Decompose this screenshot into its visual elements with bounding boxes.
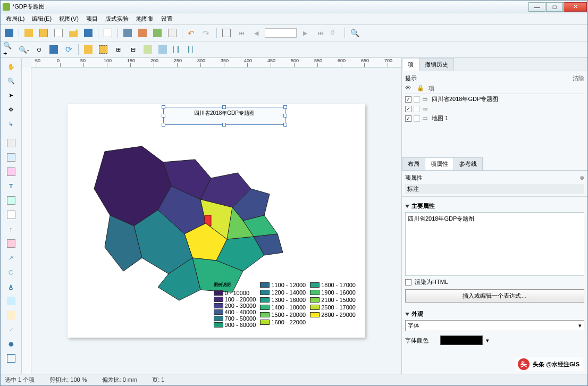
export-svg-button[interactable]: [151, 27, 164, 39]
menu-layout-exp[interactable]: 版式实验: [102, 14, 132, 24]
export-image-button[interactable]: [102, 27, 114, 39]
status-scale: 剪切比: 100 %: [49, 376, 87, 384]
add-fixed-tool[interactable]: ⟋: [5, 323, 18, 336]
visibility-checkbox[interactable]: ✓: [405, 106, 411, 112]
clear-link[interactable]: 清除: [573, 74, 584, 82]
font-color-label: 字体颜色: [405, 337, 437, 345]
first-button[interactable]: ⏮: [235, 27, 248, 39]
page-input[interactable]: [265, 28, 297, 38]
list-item[interactable]: ✓▭地图 1: [405, 113, 584, 123]
raise-button[interactable]: [141, 43, 154, 56]
render-html-checkbox[interactable]: [405, 279, 411, 286]
font-color-swatch[interactable]: [440, 335, 483, 345]
lock-button[interactable]: [82, 43, 95, 56]
new-layout-button[interactable]: [22, 27, 35, 39]
add-north-tool[interactable]: ↑: [5, 223, 18, 236]
open-button[interactable]: [67, 27, 80, 39]
add-marker-tool[interactable]: ⬣: [5, 338, 18, 350]
add-attr-tool[interactable]: [5, 309, 18, 322]
add-legend-tool[interactable]: [5, 194, 18, 207]
save-icon: [5, 29, 13, 37]
tab-items[interactable]: 项: [402, 58, 419, 71]
minimize-button[interactable]: —: [528, 2, 545, 12]
maximize-button[interactable]: □: [546, 2, 563, 12]
export-pdf-button[interactable]: [136, 27, 149, 39]
undo-button[interactable]: ↶: [186, 27, 198, 39]
paper-viewport[interactable]: 四川省2018年GDP专题图: [31, 68, 401, 374]
print-button[interactable]: [121, 27, 134, 39]
list-item[interactable]: ✓▭: [405, 104, 584, 113]
label-text-input[interactable]: [405, 212, 584, 276]
add-picture-tool[interactable]: [5, 165, 18, 178]
pan-tool[interactable]: ✋: [5, 60, 18, 73]
menu-view[interactable]: 视图(V): [56, 14, 82, 24]
menu-atlas[interactable]: 地图集: [133, 14, 157, 24]
group-button[interactable]: ⊞: [112, 43, 124, 56]
proptab-item[interactable]: 项属性: [425, 157, 454, 170]
insert-expression-button[interactable]: 插入或编辑一个表达式…: [405, 289, 584, 303]
menu-project[interactable]: 项目: [83, 14, 101, 24]
add-scalebar-tool[interactable]: [5, 208, 18, 221]
section-main-props[interactable]: 主要属性: [405, 200, 584, 212]
save-button[interactable]: [3, 27, 15, 39]
canvas-area: -500501001502002503003504004505005506006…: [22, 58, 401, 374]
render-html-label: 渲染为HTML: [415, 278, 448, 286]
dup-icon: [39, 29, 48, 37]
unlock-button[interactable]: [97, 43, 110, 56]
proptab-guides[interactable]: 参考线: [453, 157, 483, 170]
shape-icon: [7, 239, 15, 248]
export-atlas-button[interactable]: ⎙: [329, 27, 341, 39]
saveas-icon: [84, 29, 93, 37]
prev-button[interactable]: ◀: [250, 27, 263, 39]
lower-button[interactable]: [156, 43, 169, 56]
close-button[interactable]: ✕: [564, 2, 587, 12]
add-map-tool[interactable]: [5, 137, 18, 149]
save-as-button[interactable]: [82, 27, 95, 39]
title-label-item[interactable]: 四川省2018年GDP专题图: [163, 107, 285, 125]
preview-button[interactable]: 🔍: [348, 27, 361, 39]
menu-edit[interactable]: 编辑(E): [29, 14, 55, 24]
zoom-out-button[interactable]: 🔍-: [18, 43, 30, 56]
zoom-in-button[interactable]: 🔍+: [3, 43, 15, 56]
font-combo[interactable]: 字体 ▾: [405, 320, 584, 331]
page-setup-button[interactable]: [166, 27, 179, 39]
dropdown-icon[interactable]: ▾: [486, 337, 489, 344]
close-icon[interactable]: ⊗: [579, 174, 584, 181]
add-label-tool[interactable]: T: [5, 180, 18, 192]
edit-nodes-tool[interactable]: ↳: [5, 118, 18, 130]
select-tool[interactable]: ➤: [5, 89, 18, 102]
visibility-checkbox[interactable]: ✓: [405, 115, 411, 122]
next-button[interactable]: ▶: [299, 27, 312, 39]
lock-checkbox[interactable]: [414, 106, 420, 112]
align-left-button[interactable]: ▏▎: [171, 43, 184, 56]
list-item[interactable]: ✓▭四川省2018年GDP专题图: [405, 94, 584, 104]
lock-checkbox[interactable]: [414, 96, 420, 103]
zoom-full-button[interactable]: [220, 27, 233, 39]
zoom-fit-button[interactable]: [47, 43, 60, 56]
move-content-tool[interactable]: ✥: [5, 103, 18, 116]
proptab-layout[interactable]: 布局: [402, 157, 425, 170]
add-frame-tool[interactable]: [5, 352, 18, 365]
ungroup-button[interactable]: ⊟: [127, 43, 139, 56]
add-html-tool[interactable]: A̲: [5, 280, 18, 293]
menu-settings[interactable]: 设置: [158, 14, 176, 24]
add-3dmap-tool[interactable]: [5, 151, 18, 164]
visibility-checkbox[interactable]: ✓: [405, 96, 411, 103]
tab-history[interactable]: 撤销历史: [419, 58, 454, 71]
toolbar-2: 🔍+ 🔍- ⊙ ⟳ ⊞ ⊟ ▏▎ ▎▏: [1, 41, 587, 58]
align-right-button[interactable]: ▎▏: [186, 43, 199, 56]
add-node-tool[interactable]: ⬡: [5, 266, 18, 279]
dup-layout-button[interactable]: [37, 27, 50, 39]
add-arrow-tool[interactable]: ↗: [5, 251, 18, 264]
add-table-tool[interactable]: [5, 295, 18, 307]
lock-checkbox[interactable]: [414, 115, 420, 122]
zoom-tool[interactable]: 🔍: [5, 74, 18, 87]
redo-button[interactable]: ↷: [200, 27, 213, 39]
zoom-actual-button[interactable]: ⊙: [32, 43, 45, 56]
layout-manager-button[interactable]: [52, 27, 65, 39]
refresh-button[interactable]: ⟳: [62, 43, 75, 56]
add-shape-tool[interactable]: [5, 237, 18, 250]
last-button[interactable]: ⏭: [314, 27, 326, 39]
menu-layout[interactable]: 布局(L): [3, 14, 28, 24]
section-appearance[interactable]: 外观: [405, 308, 584, 320]
